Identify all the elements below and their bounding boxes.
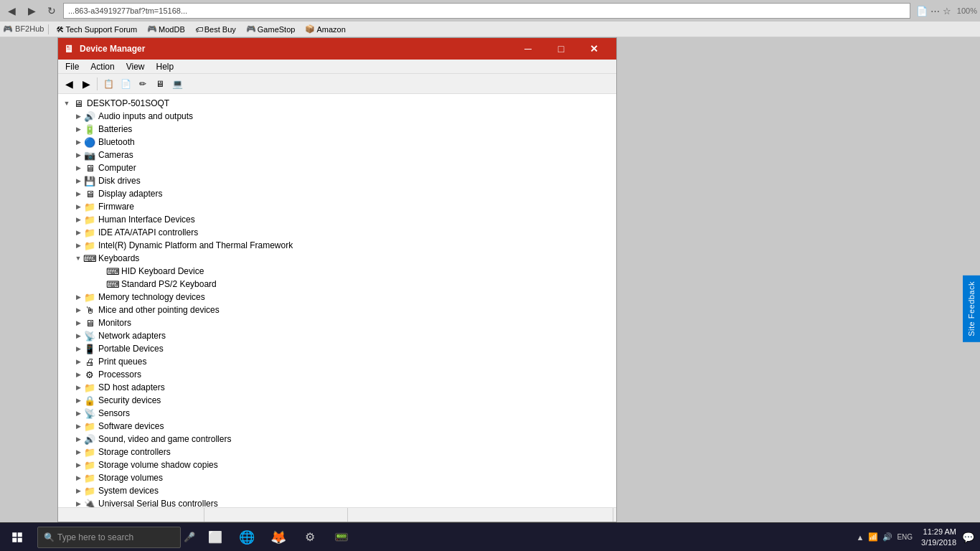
close-button[interactable]: ✕: [578, 38, 611, 60]
menu-help[interactable]: Help: [151, 60, 180, 73]
tree-intel[interactable]: ▶ 📁 Intel(R) Dynamic Platform and Therma…: [70, 239, 616, 252]
tree-display[interactable]: ▶ 🖥 Display adapters: [70, 187, 616, 200]
tree-batteries[interactable]: ▶ 🔋 Batteries: [70, 123, 616, 136]
refresh-button[interactable]: ↻: [43, 2, 60, 19]
tray-up-arrow[interactable]: ▲: [857, 533, 864, 542]
settings-icon[interactable]: ⚙: [296, 523, 324, 552]
feedback-label[interactable]: Site Feedback: [963, 276, 980, 342]
bookmark-icon[interactable]: ⋯: [930, 6, 940, 17]
root-expander[interactable]: ▼: [61, 98, 72, 109]
toolbar-sep1: [97, 77, 98, 90]
menu-action[interactable]: Action: [85, 60, 120, 73]
status-segment-3: [348, 508, 613, 522]
tree-cameras[interactable]: ▶ 📷 Cameras: [70, 149, 616, 161]
tree-security[interactable]: ▶ 🔒 Security devices: [70, 394, 616, 407]
tree-sdhost[interactable]: ▶ 📁 SD host adapters: [70, 381, 616, 394]
tree-storvols[interactable]: ▶ 📁 Storage volumes: [70, 471, 616, 484]
titlebar: 🖥 Device Manager ─ □ ✕: [58, 38, 616, 60]
url-text: ...863-a34919277baf?tm=15168...: [68, 6, 187, 15]
tray-keyboard-icon: ENG: [897, 533, 913, 541]
star-icon[interactable]: ☆: [943, 6, 951, 17]
firefox-icon[interactable]: 🦊: [264, 523, 293, 552]
sound-label: Sound, video and game controllers: [98, 434, 231, 444]
tree-usb[interactable]: ▶ 🔌 Universal Serial Bus controllers: [70, 497, 616, 507]
computer-icon: 🖥: [72, 98, 84, 109]
tree-mice[interactable]: ▶ 🖱 Mice and other pointing devices: [70, 303, 616, 316]
tray-network-icon: 📶: [868, 532, 878, 542]
tree-ps2-keyboard[interactable]: ▶ ⌨ Standard PS/2 Keyboard: [93, 278, 616, 291]
tree-bluetooth[interactable]: ▶ 🔵 Bluetooth: [70, 136, 616, 149]
tree-root-item[interactable]: ▼ 🖥 DESKTOP-501SOQT: [58, 97, 616, 110]
bookmark-gamestop[interactable]: 🎮GameStop: [243, 24, 298, 34]
toolbar-scan[interactable]: ✏: [135, 76, 151, 92]
tray-clock[interactable]: 11:29 AM 3/19/2018: [921, 527, 956, 547]
tree-firmware[interactable]: ▶ 📁 Firmware: [70, 200, 616, 213]
toolbar-driver-update[interactable]: 📄: [118, 76, 133, 92]
cameras-label: Cameras: [98, 150, 133, 160]
menubar: File Action View Help: [58, 60, 616, 74]
tree-printq[interactable]: ▶ 🖨 Print queues: [70, 355, 616, 368]
tree-sysdev[interactable]: ▶ 📁 System devices: [70, 484, 616, 497]
device-tree[interactable]: ▼ 🖥 DESKTOP-501SOQT ▶ 🔊 Audio inputs and…: [58, 94, 616, 507]
toolbar-computer[interactable]: 🖥: [152, 76, 168, 92]
minimize-button[interactable]: ─: [512, 38, 545, 60]
url-bar[interactable]: ...863-a34919277baf?tm=15168...: [63, 3, 910, 19]
taskbar-search[interactable]: 🔍 Type here to search: [37, 527, 181, 548]
tree-hid-keyboard[interactable]: ▶ ⌨ HID Keyboard Device: [93, 265, 616, 278]
reader-icon[interactable]: 📄: [916, 6, 928, 17]
titlebar-icon: 🖥: [64, 43, 74, 55]
back-button[interactable]: ◀: [3, 2, 20, 19]
powershell-icon[interactable]: 📟: [327, 523, 356, 552]
menu-view[interactable]: View: [121, 60, 151, 73]
notification-icon[interactable]: 💬: [962, 532, 974, 543]
processors-label: Processors: [98, 369, 141, 380]
status-segment-1: [61, 508, 204, 522]
tree-sensors[interactable]: ▶ 📡 Sensors: [70, 407, 616, 420]
bookmark-amazon[interactable]: 📦Amazon: [302, 24, 348, 34]
tree-diskdrives[interactable]: ▶ 💾 Disk drives: [70, 174, 616, 187]
forward-button[interactable]: ▶: [23, 2, 40, 19]
tree-storvol[interactable]: ▶ 📁 Storage volume shadow copies: [70, 458, 616, 471]
bookmark-moddb[interactable]: 🎮ModDB: [144, 24, 188, 34]
ide-label: IDE ATA/ATAPI controllers: [98, 227, 198, 237]
display-label: Display adapters: [98, 189, 162, 199]
bf2hub-icon[interactable]: 🎮 BF2Hub: [3, 24, 44, 34]
start-button[interactable]: [0, 523, 34, 552]
tree-memtech[interactable]: ▶ 📁 Memory technology devices: [70, 291, 616, 303]
menu-file[interactable]: File: [60, 60, 85, 73]
toolbar-back[interactable]: ◀: [61, 76, 77, 92]
network-label: Network adapters: [98, 331, 166, 341]
toolbar-forward[interactable]: ▶: [78, 76, 94, 92]
tree-network[interactable]: ▶ 📡 Network adapters: [70, 329, 616, 342]
bookmark-bestbuy[interactable]: 🏷Best Buy: [192, 24, 239, 34]
root-label: DESKTOP-501SOQT: [87, 98, 169, 108]
bluetooth-label: Bluetooth: [98, 137, 135, 147]
taskview-button[interactable]: ⬜: [201, 523, 230, 552]
batteries-label: Batteries: [98, 124, 132, 134]
tree-sound[interactable]: ▶ 🔊 Sound, video and game controllers: [70, 433, 616, 446]
tree-software[interactable]: ▶ 📁 Software devices: [70, 420, 616, 433]
taskbar-tray: ▲ 📶 🔊 ENG 11:29 AM 3/19/2018 💬: [857, 527, 981, 547]
tree-ide[interactable]: ▶ 📁 IDE ATA/ATAPI controllers: [70, 226, 616, 239]
feedback-button[interactable]: Site Feedback: [963, 276, 980, 342]
tree-monitors[interactable]: ▶ 🖥 Monitors: [70, 316, 616, 329]
zoom-level: 100%: [957, 6, 977, 15]
tray-date-text: 3/19/2018: [921, 537, 956, 547]
toolbar-properties[interactable]: 📋: [100, 76, 116, 92]
maximize-button[interactable]: □: [545, 38, 578, 60]
tree-portable[interactable]: ▶ 📱 Portable Devices: [70, 342, 616, 355]
tree-computer[interactable]: ▶ 🖥 Computer: [70, 161, 616, 174]
storvols-label: Storage volumes: [98, 473, 163, 483]
bookmark-techsupport[interactable]: 🛠Tech Support Forum: [53, 24, 140, 34]
tree-audio[interactable]: ▶ 🔊 Audio inputs and outputs: [70, 110, 616, 123]
cortana-icon[interactable]: 🎤: [184, 532, 195, 542]
toolbar: ◀ ▶ 📋 📄 ✏ 🖥 💻: [58, 74, 616, 94]
edge-icon[interactable]: 🌐: [232, 523, 261, 552]
monitors-label: Monitors: [98, 318, 131, 328]
tree-keyboards[interactable]: ▼ ⌨ Keyboards: [70, 252, 616, 265]
tree-hid[interactable]: ▶ 📁 Human Interface Devices: [70, 213, 616, 226]
mice-label: Mice and other pointing devices: [98, 305, 220, 315]
tree-processors[interactable]: ▶ ⚙ Processors: [70, 368, 616, 381]
tree-storage[interactable]: ▶ 📁 Storage controllers: [70, 446, 616, 458]
toolbar-devman[interactable]: 💻: [169, 76, 185, 92]
